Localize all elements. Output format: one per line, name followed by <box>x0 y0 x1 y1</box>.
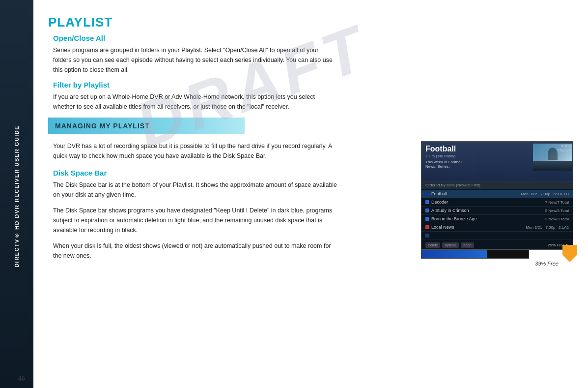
sidebar: DIRECTV® HD DVR RECEIVER USER GUIDE <box>0 0 33 388</box>
free-label: 39% Free <box>535 261 559 267</box>
svg-marker-0 <box>562 245 577 262</box>
disk-space-area: 39% Free <box>421 250 573 259</box>
orange-arrow-icon <box>562 245 577 264</box>
dvr-sub1: 2 Hrs | No Rating <box>425 154 527 158</box>
disk-space-text1: The Disk Space bar is at the bottom of y… <box>53 180 338 200</box>
dvr-list: Football Mon 3/22 7:00p 6:31FTD Decoder <box>421 189 573 241</box>
dvr-delete-btn[interactable]: Delete <box>425 242 440 248</box>
dvr-screenshot: Football 2 Hrs | No Rating This week in … <box>421 141 573 250</box>
disk-bar-used <box>421 250 487 258</box>
managing-banner-text: MANAGING MY PLAYLIST <box>55 122 150 130</box>
table-row[interactable]: A Study in Crimson 5 New/5 Total <box>421 207 573 215</box>
disk-space-text3: When your disk is full, the oldest shows… <box>53 241 338 261</box>
table-row[interactable]: Born in the Bronze Age 3 New/3 Total <box>421 215 573 223</box>
lower-section: Your DVR has a lot of recording space bu… <box>48 141 573 267</box>
main-content: DRAFT PLAYLIST Open/Close All Series pro… <box>33 0 588 388</box>
dvr-date: Thu 3/6 <box>558 148 571 152</box>
dvr-options-btn[interactable]: Options <box>442 242 459 248</box>
managing-banner: MANAGING MY PLAYLIST <box>48 118 245 134</box>
table-row[interactable]: Football Mon 3/22 7:00p 6:31FTD <box>421 190 573 198</box>
lower-text-column: Your DVR has a lot of recording space bu… <box>48 141 411 267</box>
sidebar-label: DIRECTV® HD DVR RECEIVER USER GUIDE <box>14 125 20 268</box>
filter-playlist-heading: Filter by Playlist <box>53 81 573 89</box>
disk-space-text2: The Disk Space bar shows programs you ha… <box>53 206 338 235</box>
dvr-desc1: This week in Football. <box>425 160 527 164</box>
open-close-body: Series programs are grouped in folders i… <box>53 45 338 75</box>
dvr-desc2: News, Series. <box>425 164 527 169</box>
disk-bar-free <box>487 250 529 258</box>
screenshot-container: Football 2 Hrs | No Rating This week in … <box>421 141 573 259</box>
table-row[interactable] <box>421 232 573 240</box>
filter-playlist-body: If you are set up on a Whole-Home DVR or… <box>53 92 338 112</box>
screenshot-overlay: Football 2 Hrs | No Rating This week in … <box>421 141 573 259</box>
page-title: PLAYLIST <box>48 15 573 30</box>
dvr-time: 0:10p <box>558 144 571 148</box>
disk-space-bar <box>421 250 529 259</box>
dvr-footer-buttons: Delete Options Keep <box>425 242 474 248</box>
dvr-footer: Delete Options Keep 29% Free ▶ <box>421 241 573 249</box>
dvr-ordered: Ordered By Date (Newest First) <box>421 181 573 189</box>
dvr-keep-btn[interactable]: Keep <box>461 242 474 248</box>
table-row[interactable]: Local News Mon 3/21 7:00p 2:LA2 <box>421 223 573 232</box>
open-close-heading: Open/Close All <box>53 34 573 42</box>
disk-space-bar-heading: Disk Space Bar <box>53 169 411 177</box>
managing-intro: Your DVR has a lot of recording space bu… <box>53 141 338 161</box>
table-row[interactable]: Decoder 7 New/7 Total <box>421 198 573 207</box>
dvr-screen: Football 2 Hrs | No Rating This week in … <box>421 142 573 249</box>
dvr-title: Football <box>425 145 527 153</box>
